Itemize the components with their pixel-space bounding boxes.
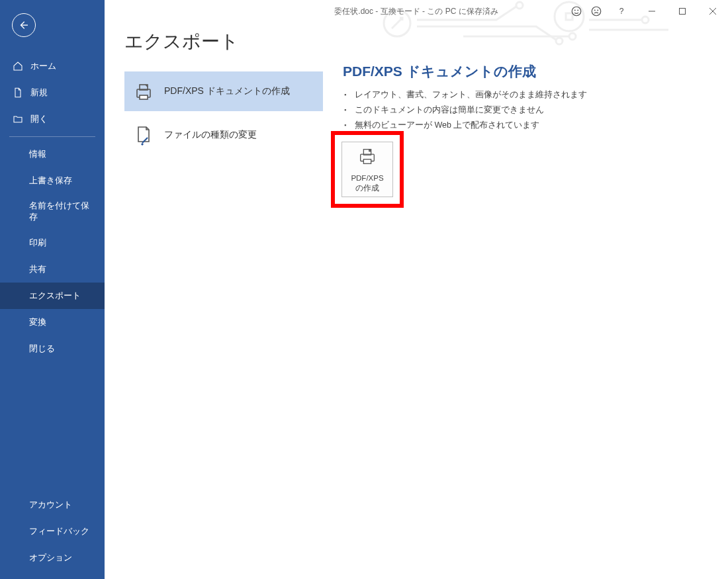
export-option-changetype[interactable]: ファイルの種類の変更 (124, 115, 323, 155)
nav-label: 変換 (29, 316, 46, 328)
backstage-sidebar: ホーム 新規 開く 情報 上書き保存 名前を付けて保存 印刷 共有 エクスポ (0, 0, 105, 579)
nav-label: 上書き保存 (29, 175, 72, 187)
nav-label: 名前を付けて保存 (29, 200, 93, 223)
close-icon (709, 7, 717, 15)
panel-bullet: レイアウト、書式、フォント、画像がそのまま維持されます (355, 87, 708, 103)
feedback-frown-button[interactable] (586, 0, 606, 22)
panel-bullet: 無料のビューアーが Web 上で配布されています (355, 118, 708, 133)
svg-point-9 (578, 10, 578, 11)
home-icon (12, 61, 24, 71)
change-file-type-icon (132, 124, 155, 146)
nav-label: アカウント (29, 499, 72, 511)
close-button[interactable] (698, 0, 728, 22)
nav-open[interactable]: 開く (0, 106, 105, 132)
nav-label: オプション (29, 552, 72, 564)
main-pane: 委任状.doc - 互換モード - この PC に保存済み ? (105, 0, 728, 579)
minimize-icon (648, 7, 656, 15)
nav-options[interactable]: オプション (0, 545, 105, 571)
export-option-pdfxps[interactable]: PDF/XPS ドキュメントの作成 (124, 71, 323, 111)
nav-label: 印刷 (29, 237, 46, 249)
nav-close[interactable]: 閉じる (0, 335, 105, 362)
create-pdfxps-button[interactable]: PDF/XPS の作成 (341, 142, 393, 197)
page-title: エクスポート (124, 29, 323, 54)
nav-print[interactable]: 印刷 (0, 230, 105, 256)
frown-icon (590, 5, 602, 17)
smile-icon (570, 5, 582, 17)
arrow-left-icon (18, 19, 30, 31)
nav-divider (9, 136, 95, 137)
svg-rect-19 (140, 95, 148, 99)
export-option-label: ファイルの種類の変更 (164, 129, 257, 141)
nav-saveas[interactable]: 名前を付けて保存 (0, 194, 105, 230)
help-button[interactable]: ? (606, 0, 637, 22)
nav-label: 共有 (29, 263, 46, 275)
highlight-box: PDF/XPS の作成 (331, 131, 404, 208)
nav-label: 情報 (29, 148, 46, 160)
nav-label: 閉じる (29, 343, 55, 355)
button-label-line1: PDF/XPS (351, 173, 383, 183)
folder-open-icon (12, 114, 24, 124)
title-bar: 委任状.doc - 互換モード - この PC に保存済み ? (105, 0, 728, 22)
svg-point-11 (594, 10, 595, 11)
svg-point-8 (574, 10, 575, 11)
svg-point-10 (592, 7, 601, 16)
nav-label: フィードバック (29, 525, 89, 537)
minimize-button[interactable] (637, 0, 667, 22)
nav-save[interactable]: 上書き保存 (0, 167, 105, 194)
panel-bullets: レイアウト、書式、フォント、画像がそのまま維持されます このドキュメントの内容は… (343, 87, 708, 133)
nav-label: 開く (30, 113, 48, 125)
nav-export[interactable]: エクスポート (0, 283, 105, 309)
panel-bullet: このドキュメントの内容は簡単に変更できません (355, 103, 708, 118)
panel-heading: PDF/XPS ドキュメントの作成 (343, 62, 708, 81)
svg-rect-14 (680, 9, 686, 15)
svg-point-7 (572, 7, 581, 16)
maximize-button[interactable] (667, 0, 698, 22)
nav-share[interactable]: 共有 (0, 256, 105, 283)
nav-label: ホーム (30, 60, 56, 72)
nav-info[interactable]: 情報 (0, 141, 105, 167)
nav-transform[interactable]: 変換 (0, 309, 105, 335)
help-icon: ? (619, 7, 624, 16)
back-button[interactable] (12, 13, 36, 37)
button-label-line2: の作成 (355, 183, 379, 193)
svg-point-12 (598, 10, 598, 11)
svg-rect-22 (363, 159, 371, 164)
maximize-icon (678, 7, 686, 15)
nav-new[interactable]: 新規 (0, 79, 105, 106)
nav-feedback[interactable]: フィードバック (0, 518, 105, 545)
nav-home[interactable]: ホーム (0, 53, 105, 79)
nav-account[interactable]: アカウント (0, 492, 105, 518)
pdf-export-icon (132, 80, 155, 103)
export-option-label: PDF/XPS ドキュメントの作成 (164, 85, 290, 97)
new-document-icon (12, 87, 24, 98)
feedback-smile-button[interactable] (567, 0, 586, 22)
window-title: 委任状.doc - 互換モード - この PC に保存済み (334, 6, 498, 17)
nav-label: エクスポート (29, 290, 81, 302)
nav-label: 新規 (30, 87, 48, 99)
pdf-printer-icon (357, 146, 378, 168)
